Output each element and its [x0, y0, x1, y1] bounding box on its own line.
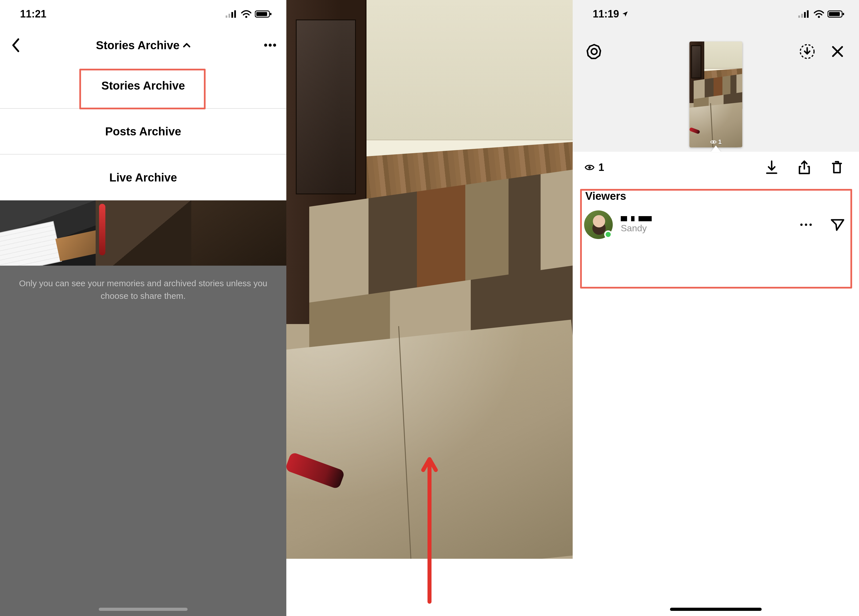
presence-dot [604, 231, 612, 239]
gear-icon [586, 44, 602, 59]
home-indicator[interactable] [670, 608, 762, 611]
story-media[interactable] [286, 0, 573, 559]
eye-icon [585, 164, 594, 171]
wifi-icon [813, 10, 825, 18]
more-icon: ••• [264, 39, 278, 51]
view-count-number: 1 [598, 161, 604, 173]
status-bar: 11:21 [0, 0, 286, 28]
share-icon [798, 160, 811, 175]
close-button[interactable] [828, 42, 848, 62]
dropdown-item-live-archive[interactable]: Live Archive [0, 154, 286, 200]
svg-rect-15 [829, 12, 840, 16]
svg-rect-16 [843, 13, 844, 15]
viewers-sheet-header: 1 [573, 152, 859, 183]
wifi-icon [241, 10, 252, 18]
svg-point-23 [800, 223, 803, 226]
eye-icon [710, 140, 717, 144]
svg-marker-17 [587, 45, 600, 58]
viewers-block: Viewers Sandy [573, 183, 859, 248]
viewer-row-actions [796, 215, 848, 235]
viewer-names: Sandy [621, 216, 652, 234]
svg-rect-7 [270, 13, 272, 15]
sheet-actions [762, 158, 847, 178]
viewers-sheet: 1 [573, 152, 859, 616]
viewer-more-button[interactable] [796, 215, 816, 235]
delete-button[interactable] [827, 158, 847, 178]
room-photo [286, 0, 573, 559]
viewer-row[interactable]: Sandy [584, 211, 848, 239]
nav-title-dropdown[interactable]: Stories Archive [96, 39, 191, 52]
room-photo [689, 42, 742, 147]
viewer-send-button[interactable] [828, 215, 848, 235]
signal-icon [226, 10, 237, 18]
viewer-display-name: Sandy [621, 223, 652, 234]
download-button[interactable] [762, 158, 782, 178]
svg-point-18 [591, 49, 597, 55]
viewers-top-zone: 11:19 [573, 0, 859, 158]
svg-rect-11 [804, 12, 806, 18]
svg-point-21 [589, 166, 591, 169]
svg-rect-12 [807, 10, 809, 18]
more-horizontal-icon [800, 223, 812, 227]
status-bar: 11:19 [573, 0, 859, 28]
viewer-username-redacted [621, 216, 652, 221]
viewers-title: Viewers [585, 190, 848, 203]
svg-point-25 [809, 223, 812, 226]
dropdown-item-posts-archive[interactable]: Posts Archive [0, 109, 286, 154]
svg-point-13 [818, 16, 820, 18]
thumb-view-badge: 1 [710, 138, 722, 146]
battery-icon [828, 10, 845, 18]
archive-thumb[interactable] [191, 200, 286, 266]
back-button[interactable] [6, 35, 26, 55]
save-story-button[interactable] [797, 42, 817, 62]
modal-scrim[interactable]: Only you can see your memories and archi… [0, 200, 286, 616]
send-icon [830, 218, 845, 231]
nav-bar: Stories Archive ••• [0, 28, 286, 62]
signal-icon [798, 10, 810, 18]
svg-point-24 [805, 223, 807, 226]
phone-archive-dropdown: 11:21 Stories Archive ••• [0, 0, 286, 616]
svg-rect-2 [231, 12, 233, 18]
svg-rect-1 [228, 14, 230, 18]
thumb-callout-caret [711, 145, 721, 152]
story-thumbnail[interactable]: 1 [689, 42, 742, 147]
dropdown-item-label: Live Archive [109, 171, 177, 184]
chevron-up-icon [183, 43, 191, 48]
thumb-view-count: 1 [718, 138, 722, 146]
archive-thumb[interactable] [96, 200, 191, 266]
phone-story-view [286, 0, 573, 616]
svg-point-20 [712, 141, 714, 143]
archive-thumb-row [0, 200, 286, 266]
more-button[interactable]: ••• [261, 35, 281, 55]
view-count: 1 [585, 161, 604, 173]
location-icon [622, 11, 628, 17]
status-time: 11:19 [593, 8, 619, 20]
status-time: 11:21 [20, 8, 46, 20]
svg-rect-10 [801, 14, 803, 18]
close-icon [831, 45, 844, 58]
trash-icon [830, 160, 843, 175]
phone-story-viewers: 11:19 [573, 0, 859, 616]
avatar[interactable] [584, 211, 613, 239]
archive-type-dropdown: Stories Archive Posts Archive Live Archi… [0, 62, 286, 200]
nav-title-label: Stories Archive [96, 39, 180, 52]
svg-rect-3 [234, 10, 236, 18]
download-circle-icon [799, 43, 815, 60]
svg-point-4 [245, 16, 247, 18]
archive-helper-text: Only you can see your memories and archi… [9, 277, 278, 302]
download-icon [765, 160, 778, 175]
dropdown-item-label: Stories Archive [102, 79, 185, 92]
dropdown-item-stories-archive[interactable]: Stories Archive [0, 63, 286, 109]
svg-rect-6 [256, 12, 267, 16]
settings-button[interactable] [584, 42, 604, 62]
svg-rect-9 [798, 16, 800, 18]
dropdown-item-label: Posts Archive [105, 125, 181, 138]
home-indicator[interactable] [99, 608, 187, 611]
share-button[interactable] [794, 158, 814, 178]
svg-rect-0 [226, 16, 227, 18]
battery-icon [255, 10, 272, 18]
archive-thumb[interactable] [0, 200, 96, 266]
